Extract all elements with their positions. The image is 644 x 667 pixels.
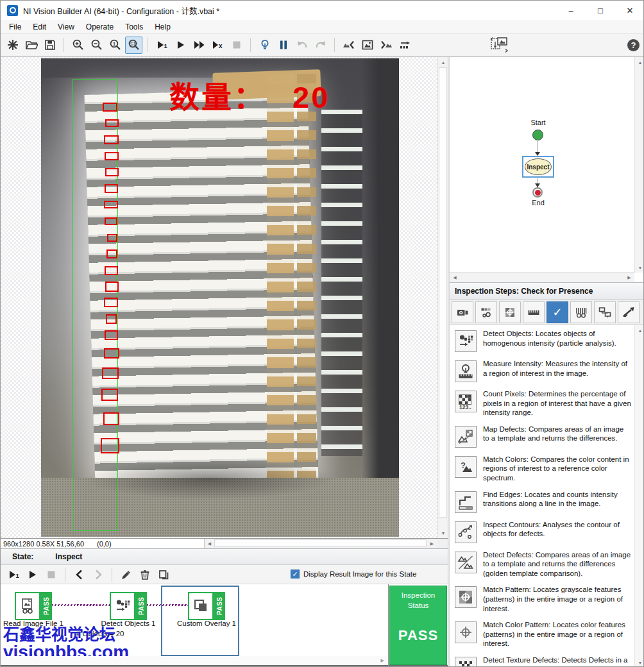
detected-object-box — [105, 266, 118, 275]
detected-object-box — [105, 330, 118, 340]
category-enhance-images[interactable] — [475, 301, 497, 323]
zoom-to-fit-button[interactable] — [125, 37, 142, 54]
highlight-bulb-button[interactable] — [256, 37, 273, 54]
scroll-right-icon[interactable]: ▶ — [427, 539, 437, 548]
scroll-left-icon[interactable]: ◀ — [450, 273, 460, 283]
category-additional-tools[interactable] — [618, 301, 640, 323]
step-item-find-edges[interactable]: Find Edges: Locates and counts intensity… — [450, 486, 644, 516]
step-item-inspect-contours[interactable]: Inspect Contours: Analyses the contour o… — [450, 516, 644, 546]
list-vertical-scrollbar[interactable]: ▲ ▼ — [634, 325, 644, 667]
step-item-count-pixels[interactable]: 123..Count Pixels: Determines the percen… — [450, 385, 644, 421]
step-item-detect-defects[interactable]: Detect Defects: Compares areas of an ima… — [450, 546, 644, 582]
run-continuous-button[interactable] — [191, 37, 208, 54]
image-sequence-button[interactable] — [396, 37, 413, 54]
step-item-detect-objects[interactable]: Detect Objects: Locates objects of homog… — [450, 325, 644, 355]
run-state-once-button[interactable]: 1 — [5, 566, 22, 583]
scroll-up-icon[interactable]: ▲ — [635, 325, 644, 335]
run-inspection-button[interactable] — [172, 37, 189, 54]
run-state-button[interactable] — [24, 566, 41, 583]
scroll-right-icon[interactable]: ▶ — [381, 658, 384, 663]
category-identify-parts[interactable] — [570, 301, 592, 323]
step-item-measure-intensity[interactable]: Measure Intensity: Measures the intensit… — [450, 355, 644, 385]
scroll-right-icon[interactable]: ▶ — [624, 273, 634, 283]
start-node[interactable] — [532, 130, 543, 140]
additional-tools-icon — [622, 306, 635, 319]
step-block-detect-objects-step[interactable]: PASS — [110, 592, 147, 620]
canvas-horizontal-scrollbar[interactable]: ▶ — [1, 656, 388, 665]
zoom-out-button[interactable] — [88, 37, 105, 54]
category-acquire-images[interactable] — [452, 301, 473, 323]
scroll-down-icon[interactable]: ▼ — [438, 528, 448, 538]
scroll-down-icon[interactable]: ▼ — [635, 657, 644, 667]
scroll-up-icon[interactable]: ▲ — [438, 57, 448, 67]
diagram-horizontal-scrollbar[interactable]: ◀ ▶ — [450, 272, 634, 282]
previous-image-button[interactable] — [340, 37, 357, 54]
step-block-read-image-file[interactable]: PASS — [15, 592, 52, 620]
detected-object-box — [105, 217, 117, 225]
step-item-detect-texture-defects[interactable]: Detect Texture Defects: Detects Defects … — [450, 652, 644, 667]
minimize-button[interactable]: – — [556, 1, 586, 20]
inspection-status-value: PASS — [390, 627, 446, 644]
detected-object-box — [104, 348, 119, 359]
image-vertical-scrollbar[interactable]: ▲ ▼ — [437, 57, 448, 538]
next-image-button[interactable] — [377, 37, 394, 54]
cursor-coords: (0,0) — [97, 540, 112, 548]
new-button[interactable] — [4, 37, 21, 54]
zoom-in-button[interactable] — [69, 37, 87, 54]
toolbar-separator — [418, 38, 485, 52]
steps-canvas[interactable]: # Objects = 20 石鑫华视觉论坛 visionbbs.com ▶ I… — [1, 584, 448, 666]
close-button[interactable]: ✕ — [615, 1, 644, 20]
category-communicate[interactable] — [594, 301, 616, 323]
current-image-button[interactable] — [359, 37, 376, 54]
image-display-area[interactable]: 数量：20 — [1, 57, 437, 538]
category-measure-features[interactable] — [523, 301, 545, 323]
step-item-match-pattern[interactable]: Match Pattern: Locates grayscale feature… — [450, 581, 644, 616]
help-icon[interactable]: ? — [627, 39, 640, 51]
menu-edit[interactable]: Edit — [27, 21, 52, 33]
image-horizontal-scrollbar[interactable]: ◀ ▶ — [205, 539, 437, 548]
start-node-label: Start — [519, 119, 557, 126]
detected-object-box — [105, 119, 119, 127]
pause-button[interactable] — [275, 37, 292, 54]
end-node[interactable] — [532, 187, 543, 198]
measure-intensity-icon — [455, 360, 477, 382]
scroll-down-icon[interactable]: ▼ — [635, 262, 644, 273]
nav-back-button[interactable] — [71, 566, 88, 583]
display-result-checkbox[interactable]: ✓ — [291, 570, 300, 578]
menu-operate[interactable]: Operate — [80, 21, 119, 33]
state-diagram-panel[interactable]: Start Inspect End ▲ ▼ ◀ ▶ — [450, 57, 644, 283]
save-button[interactable] — [41, 37, 58, 54]
scroll-left-icon[interactable]: ◀ — [205, 539, 214, 548]
step-block-custom-overlay[interactable]: PASS — [188, 592, 225, 620]
run-until-failure-button[interactable]: x — [209, 37, 226, 54]
menu-file[interactable]: File — [3, 21, 27, 33]
delete-state-button[interactable] — [136, 566, 153, 583]
switch-interface-button[interactable] — [490, 37, 507, 54]
step-block-label: Custom Overlay 1 — [177, 620, 236, 627]
menu-tools[interactable]: Tools — [119, 21, 149, 33]
edit-state-button[interactable] — [117, 566, 135, 583]
step-item-match-colors[interactable]: ?Match Colors: Compares the color conten… — [450, 451, 644, 486]
scroll-up-icon[interactable]: ▲ — [635, 57, 644, 67]
diagram-vertical-scrollbar[interactable]: ▲ ▼ — [634, 57, 644, 273]
end-node-label: End — [519, 199, 557, 207]
run-inspection-once-button[interactable]: 1 — [153, 37, 171, 54]
edit-state-icon — [120, 568, 133, 581]
inspect-state-node[interactable]: Inspect — [522, 156, 554, 178]
scrollbar-thumb[interactable] — [439, 67, 447, 518]
menu-view[interactable]: View — [52, 21, 80, 33]
step-item-description: Detect Texture Defects: Detects Defects … — [483, 655, 632, 667]
step-item-map-defects[interactable]: Map Defects: Compares areas of an image … — [450, 421, 644, 451]
zoom-1-1-button[interactable]: 1 — [106, 37, 124, 54]
main-toolbar: 11x? — [1, 34, 644, 57]
category-check-for-presence[interactable]: ✓ — [547, 301, 568, 323]
duplicate-state-button[interactable] — [155, 566, 172, 583]
maximize-button[interactable]: □ — [586, 1, 615, 20]
menu-help[interactable]: Help — [149, 21, 176, 33]
scrollbar-thumb[interactable] — [214, 539, 427, 547]
slide-stack-right — [321, 110, 362, 456]
step-item-match-color-pattern[interactable]: Match Color Pattern: Locates color featu… — [450, 616, 644, 652]
svg-text:1: 1 — [15, 571, 19, 578]
category-locate-features[interactable] — [499, 301, 521, 323]
open-button[interactable] — [22, 37, 40, 54]
